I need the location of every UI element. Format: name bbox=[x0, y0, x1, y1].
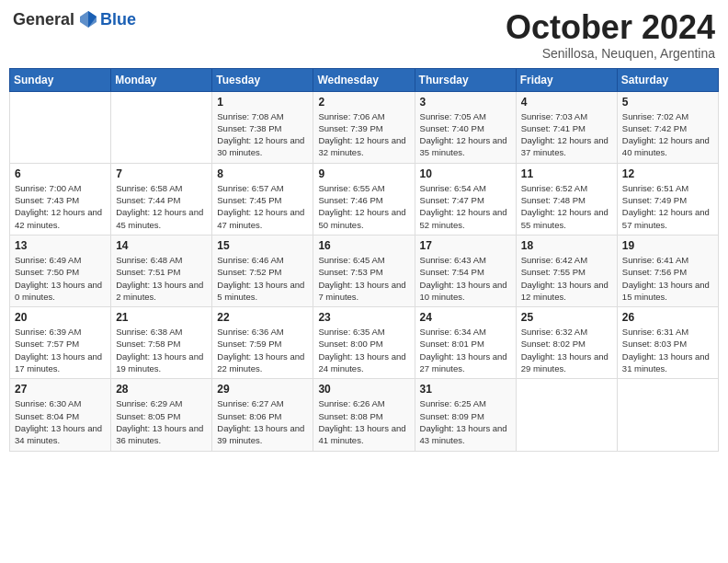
calendar-cell: 21Sunrise: 6:38 AM Sunset: 7:58 PM Dayli… bbox=[111, 307, 212, 379]
calendar-cell: 15Sunrise: 6:46 AM Sunset: 7:52 PM Dayli… bbox=[212, 235, 313, 306]
day-info: Sunrise: 6:26 AM Sunset: 8:08 PM Dayligh… bbox=[318, 397, 409, 446]
day-info: Sunrise: 6:57 AM Sunset: 7:45 PM Dayligh… bbox=[217, 182, 308, 231]
day-number: 11 bbox=[521, 167, 612, 180]
day-number: 3 bbox=[420, 96, 511, 109]
day-info: Sunrise: 6:31 AM Sunset: 8:03 PM Dayligh… bbox=[622, 326, 713, 374]
day-info: Sunrise: 6:30 AM Sunset: 8:04 PM Dayligh… bbox=[15, 397, 106, 446]
day-number: 29 bbox=[217, 383, 308, 396]
calendar-cell: 17Sunrise: 6:43 AM Sunset: 7:54 PM Dayli… bbox=[415, 235, 516, 306]
subtitle: Senillosa, Neuquen, Argentina bbox=[506, 46, 715, 61]
day-info: Sunrise: 7:03 AM Sunset: 7:41 PM Dayligh… bbox=[521, 110, 612, 159]
day-info: Sunrise: 6:39 AM Sunset: 7:57 PM Dayligh… bbox=[15, 326, 106, 374]
day-number: 5 bbox=[622, 96, 713, 109]
calendar-cell: 12Sunrise: 6:51 AM Sunset: 7:49 PM Dayli… bbox=[617, 163, 718, 235]
calendar-cell bbox=[10, 91, 111, 163]
day-number: 14 bbox=[116, 239, 207, 252]
day-number: 28 bbox=[116, 383, 207, 396]
calendar-cell: 18Sunrise: 6:42 AM Sunset: 7:55 PM Dayli… bbox=[516, 235, 617, 306]
day-info: Sunrise: 6:43 AM Sunset: 7:54 PM Dayligh… bbox=[420, 254, 511, 303]
calendar-cell: 20Sunrise: 6:39 AM Sunset: 7:57 PM Dayli… bbox=[10, 307, 111, 379]
day-number: 2 bbox=[318, 96, 409, 109]
calendar-cell: 27Sunrise: 6:30 AM Sunset: 8:04 PM Dayli… bbox=[10, 379, 111, 451]
calendar-cell: 4Sunrise: 7:03 AM Sunset: 7:41 PM Daylig… bbox=[516, 91, 617, 163]
calendar-cell: 19Sunrise: 6:41 AM Sunset: 7:56 PM Dayli… bbox=[617, 235, 718, 306]
logo: General Blue bbox=[13, 9, 136, 29]
calendar-cell: 10Sunrise: 6:54 AM Sunset: 7:47 PM Dayli… bbox=[415, 163, 516, 235]
calendar-cell: 28Sunrise: 6:29 AM Sunset: 8:05 PM Dayli… bbox=[111, 379, 212, 451]
calendar-cell: 22Sunrise: 6:36 AM Sunset: 7:59 PM Dayli… bbox=[212, 307, 313, 379]
calendar-week-3: 13Sunrise: 6:49 AM Sunset: 7:50 PM Dayli… bbox=[10, 235, 719, 306]
calendar-cell: 11Sunrise: 6:52 AM Sunset: 7:48 PM Dayli… bbox=[516, 163, 617, 235]
day-number: 8 bbox=[217, 167, 308, 180]
day-info: Sunrise: 6:54 AM Sunset: 7:47 PM Dayligh… bbox=[420, 182, 511, 231]
calendar-cell: 24Sunrise: 6:34 AM Sunset: 8:01 PM Dayli… bbox=[415, 307, 516, 379]
day-info: Sunrise: 6:48 AM Sunset: 7:51 PM Dayligh… bbox=[116, 254, 207, 303]
day-number: 4 bbox=[521, 96, 612, 109]
day-info: Sunrise: 6:36 AM Sunset: 7:59 PM Dayligh… bbox=[217, 326, 308, 374]
calendar-cell: 14Sunrise: 6:48 AM Sunset: 7:51 PM Dayli… bbox=[111, 235, 212, 306]
day-info: Sunrise: 6:32 AM Sunset: 8:02 PM Dayligh… bbox=[521, 326, 612, 374]
calendar-cell: 26Sunrise: 6:31 AM Sunset: 8:03 PM Dayli… bbox=[617, 307, 718, 379]
weekday-header-thursday: Thursday bbox=[415, 68, 516, 91]
day-number: 27 bbox=[15, 383, 106, 396]
calendar-cell: 8Sunrise: 6:57 AM Sunset: 7:45 PM Daylig… bbox=[212, 163, 313, 235]
weekday-header-friday: Friday bbox=[516, 68, 617, 91]
day-number: 7 bbox=[116, 167, 207, 180]
day-info: Sunrise: 6:27 AM Sunset: 8:06 PM Dayligh… bbox=[217, 397, 308, 446]
weekday-header-monday: Monday bbox=[111, 68, 212, 91]
calendar-cell: 5Sunrise: 7:02 AM Sunset: 7:42 PM Daylig… bbox=[617, 91, 718, 163]
calendar-week-2: 6Sunrise: 7:00 AM Sunset: 7:43 PM Daylig… bbox=[10, 163, 719, 235]
calendar-cell: 3Sunrise: 7:05 AM Sunset: 7:40 PM Daylig… bbox=[415, 91, 516, 163]
day-number: 31 bbox=[420, 383, 511, 396]
weekday-header-tuesday: Tuesday bbox=[212, 68, 313, 91]
weekday-header-saturday: Saturday bbox=[617, 68, 718, 91]
calendar-cell: 13Sunrise: 6:49 AM Sunset: 7:50 PM Dayli… bbox=[10, 235, 111, 306]
day-number: 21 bbox=[116, 311, 207, 324]
day-info: Sunrise: 6:55 AM Sunset: 7:46 PM Dayligh… bbox=[318, 182, 409, 231]
calendar-cell: 7Sunrise: 6:58 AM Sunset: 7:44 PM Daylig… bbox=[111, 163, 212, 235]
calendar-cell: 1Sunrise: 7:08 AM Sunset: 7:38 PM Daylig… bbox=[212, 91, 313, 163]
day-info: Sunrise: 6:51 AM Sunset: 7:49 PM Dayligh… bbox=[622, 182, 713, 231]
day-number: 26 bbox=[622, 311, 713, 324]
day-info: Sunrise: 7:06 AM Sunset: 7:39 PM Dayligh… bbox=[318, 110, 409, 159]
calendar-table: SundayMondayTuesdayWednesdayThursdayFrid… bbox=[9, 68, 719, 452]
day-info: Sunrise: 6:52 AM Sunset: 7:48 PM Dayligh… bbox=[521, 182, 612, 231]
day-number: 13 bbox=[15, 239, 106, 252]
day-number: 10 bbox=[420, 167, 511, 180]
calendar-cell bbox=[617, 379, 718, 451]
day-info: Sunrise: 7:00 AM Sunset: 7:43 PM Dayligh… bbox=[15, 182, 106, 231]
day-number: 1 bbox=[217, 96, 308, 109]
day-info: Sunrise: 6:42 AM Sunset: 7:55 PM Dayligh… bbox=[521, 254, 612, 303]
day-info: Sunrise: 7:05 AM Sunset: 7:40 PM Dayligh… bbox=[420, 110, 511, 159]
calendar-week-5: 27Sunrise: 6:30 AM Sunset: 8:04 PM Dayli… bbox=[10, 379, 719, 451]
logo-blue-text: Blue bbox=[100, 10, 136, 29]
calendar-cell bbox=[111, 91, 212, 163]
day-info: Sunrise: 6:45 AM Sunset: 7:53 PM Dayligh… bbox=[318, 254, 409, 303]
day-info: Sunrise: 6:29 AM Sunset: 8:05 PM Dayligh… bbox=[116, 397, 207, 446]
day-number: 6 bbox=[15, 167, 106, 180]
day-info: Sunrise: 6:58 AM Sunset: 7:44 PM Dayligh… bbox=[116, 182, 207, 231]
day-number: 23 bbox=[318, 311, 409, 324]
day-number: 25 bbox=[521, 311, 612, 324]
calendar-cell: 23Sunrise: 6:35 AM Sunset: 8:00 PM Dayli… bbox=[313, 307, 415, 379]
day-info: Sunrise: 6:46 AM Sunset: 7:52 PM Dayligh… bbox=[217, 254, 308, 303]
logo-icon bbox=[78, 9, 98, 29]
day-info: Sunrise: 6:38 AM Sunset: 7:58 PM Dayligh… bbox=[116, 326, 207, 374]
day-info: Sunrise: 7:08 AM Sunset: 7:38 PM Dayligh… bbox=[217, 110, 308, 159]
day-number: 12 bbox=[622, 167, 713, 180]
calendar-cell: 31Sunrise: 6:25 AM Sunset: 8:09 PM Dayli… bbox=[415, 379, 516, 451]
day-info: Sunrise: 6:35 AM Sunset: 8:00 PM Dayligh… bbox=[318, 326, 409, 374]
day-info: Sunrise: 6:34 AM Sunset: 8:01 PM Dayligh… bbox=[420, 326, 511, 374]
day-number: 16 bbox=[318, 239, 409, 252]
calendar-cell: 25Sunrise: 6:32 AM Sunset: 8:02 PM Dayli… bbox=[516, 307, 617, 379]
calendar-cell: 30Sunrise: 6:26 AM Sunset: 8:08 PM Dayli… bbox=[313, 379, 415, 451]
calendar-cell: 16Sunrise: 6:45 AM Sunset: 7:53 PM Dayli… bbox=[313, 235, 415, 306]
day-number: 22 bbox=[217, 311, 308, 324]
calendar-cell bbox=[516, 379, 617, 451]
day-number: 24 bbox=[420, 311, 511, 324]
day-number: 20 bbox=[15, 311, 106, 324]
title-block: October 2024 Senillosa, Neuquen, Argenti… bbox=[506, 9, 715, 61]
calendar-week-1: 1Sunrise: 7:08 AM Sunset: 7:38 PM Daylig… bbox=[10, 91, 719, 163]
day-number: 17 bbox=[420, 239, 511, 252]
page-header: General Blue October 2024 Senillosa, Neu… bbox=[9, 9, 719, 61]
